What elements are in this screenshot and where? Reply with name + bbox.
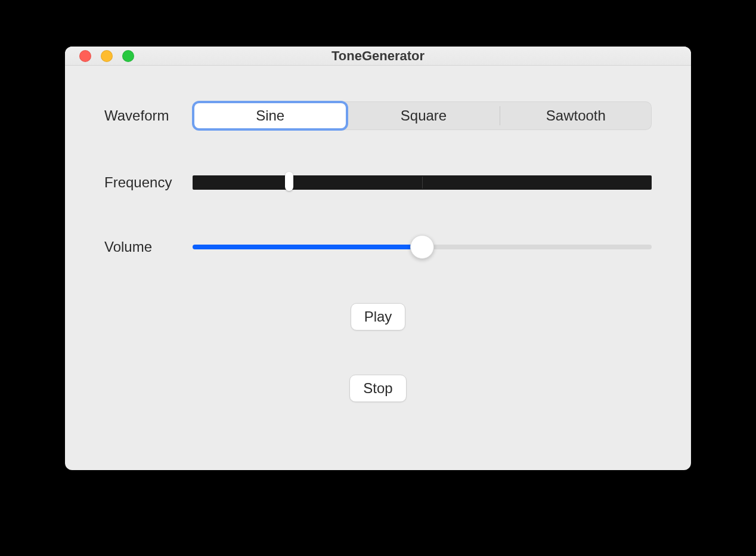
play-button[interactable]: Play <box>351 303 406 330</box>
waveform-label: Waveform <box>104 107 193 124</box>
waveform-option-label: Sine <box>256 107 284 124</box>
close-icon[interactable] <box>79 50 91 62</box>
volume-row: Volume <box>104 235 652 259</box>
frequency-track <box>193 175 652 190</box>
frequency-label: Frequency <box>104 174 193 191</box>
content-area: Waveform Sine Square Sawtooth Frequency <box>65 66 691 470</box>
window-title: ToneGenerator <box>65 48 691 64</box>
volume-track-fill <box>193 245 422 249</box>
waveform-option-square[interactable]: Square <box>348 101 499 130</box>
waveform-option-label: Sawtooth <box>546 107 606 124</box>
maximize-icon[interactable] <box>122 50 134 62</box>
stop-button[interactable]: Stop <box>349 375 406 402</box>
traffic-lights <box>79 50 134 62</box>
frequency-slider[interactable] <box>193 174 652 191</box>
waveform-option-sine[interactable]: Sine <box>194 103 346 128</box>
waveform-row: Waveform Sine Square Sawtooth <box>104 101 652 130</box>
play-button-row: Play <box>104 303 652 330</box>
app-window: ToneGenerator Waveform Sine Square Sawto… <box>65 47 691 470</box>
stop-button-row: Stop <box>104 375 652 402</box>
waveform-segmented-control[interactable]: Sine Square Sawtooth <box>193 101 652 130</box>
frequency-thumb[interactable] <box>285 172 293 191</box>
volume-slider[interactable] <box>193 235 652 259</box>
waveform-option-sawtooth[interactable]: Sawtooth <box>500 101 652 130</box>
volume-label: Volume <box>104 239 193 255</box>
waveform-option-label: Square <box>401 107 447 124</box>
titlebar: ToneGenerator <box>65 47 691 66</box>
frequency-row: Frequency <box>104 174 652 191</box>
minimize-icon[interactable] <box>101 50 113 62</box>
volume-thumb[interactable] <box>410 235 434 259</box>
